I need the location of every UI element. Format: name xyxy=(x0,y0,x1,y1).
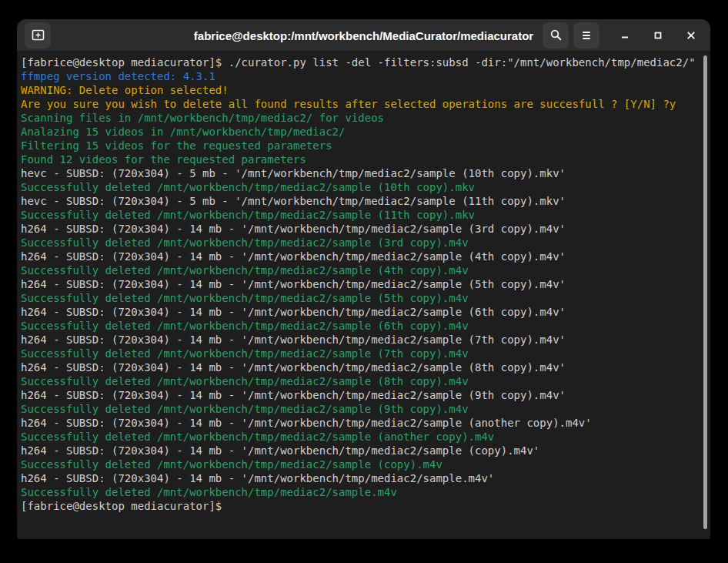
terminal-line: Successfully deleted /mnt/workbench/tmp/… xyxy=(21,457,696,471)
new-tab-icon xyxy=(32,28,45,42)
titlebar-controls xyxy=(543,22,703,49)
terminal-line: h264 - SUBSD: (720x304) - 14 mb - '/mnt/… xyxy=(21,471,696,485)
terminal-viewport[interactable]: [fabrice@desktop mediacurator]$ ./curato… xyxy=(17,52,710,538)
terminal-window: fabrice@desktop:/mnt/workbench/MediaCura… xyxy=(17,19,710,539)
terminal-line: Are you sure you wish to delete all foun… xyxy=(21,97,696,111)
window-title: fabrice@desktop:/mnt/workbench/MediaCura… xyxy=(194,28,533,42)
minimize-button[interactable] xyxy=(615,25,635,45)
window-controls xyxy=(615,25,701,45)
terminal-line: Filtering 15 videos for the requested pa… xyxy=(21,139,696,152)
terminal-line: Found 12 videos for the requested parame… xyxy=(21,152,696,166)
close-button[interactable] xyxy=(681,25,701,45)
search-button[interactable] xyxy=(543,22,569,49)
terminal-line: Successfully deleted /mnt/workbench/tmp/… xyxy=(21,374,696,388)
terminal-line: Successfully deleted /mnt/workbench/tmp/… xyxy=(21,236,696,250)
terminal-line: h264 - SUBSD: (720x304) - 14 mb - '/mnt/… xyxy=(21,222,696,236)
terminal-line: hevc - SUBSD: (720x304) - 5 mb - '/mnt/w… xyxy=(21,166,696,180)
terminal-line: Successfully deleted /mnt/workbench/tmp/… xyxy=(21,485,696,499)
terminal-line: Successfully deleted /mnt/workbench/tmp/… xyxy=(21,430,696,444)
terminal-line: h264 - SUBSD: (720x304) - 14 mb - '/mnt/… xyxy=(21,250,696,263)
terminal-line: hevc - SUBSD: (720x304) - 5 mb - '/mnt/w… xyxy=(21,194,696,208)
search-icon xyxy=(549,28,563,42)
terminal-line: Successfully deleted /mnt/workbench/tmp/… xyxy=(21,208,696,222)
terminal-line: h264 - SUBSD: (720x304) - 14 mb - '/mnt/… xyxy=(21,416,696,430)
terminal-line: [fabrice@desktop mediacurator]$ ./curato… xyxy=(21,55,696,69)
terminal-line: h264 - SUBSD: (720x304) - 14 mb - '/mnt/… xyxy=(21,444,696,457)
maximize-button[interactable] xyxy=(648,25,668,45)
terminal-line: Successfully deleted /mnt/workbench/tmp/… xyxy=(21,180,696,194)
maximize-icon xyxy=(652,29,664,42)
terminal-line: h264 - SUBSD: (720x304) - 14 mb - '/mnt/… xyxy=(21,277,696,291)
terminal-line: Successfully deleted /mnt/workbench/tmp/… xyxy=(21,402,696,416)
terminal-line: Scanning files in /mnt/workbench/tmp/med… xyxy=(21,111,696,125)
terminal-line: Successfully deleted /mnt/workbench/tmp/… xyxy=(21,319,696,333)
terminal-line: [fabrice@desktop mediacurator]$ xyxy=(21,499,696,513)
terminal-line: Analazing 15 videos in /mnt/workbench/tm… xyxy=(21,125,696,139)
terminal-line: h264 - SUBSD: (720x304) - 14 mb - '/mnt/… xyxy=(21,388,696,402)
titlebar: fabrice@desktop:/mnt/workbench/MediaCura… xyxy=(17,19,710,52)
scrollbar[interactable] xyxy=(703,55,707,529)
minimize-icon xyxy=(619,29,631,42)
new-tab-button[interactable] xyxy=(25,22,51,49)
close-icon xyxy=(685,29,697,42)
terminal-line: h264 - SUBSD: (720x304) - 14 mb - '/mnt/… xyxy=(21,305,696,319)
terminal-line: Successfully deleted /mnt/workbench/tmp/… xyxy=(21,291,696,305)
menu-icon xyxy=(580,29,593,42)
menu-button[interactable] xyxy=(573,22,599,49)
terminal-output: [fabrice@desktop mediacurator]$ ./curato… xyxy=(17,52,710,513)
terminal-line: WARNING: Delete option selected! xyxy=(21,83,696,97)
terminal-line: h264 - SUBSD: (720x304) - 14 mb - '/mnt/… xyxy=(21,333,696,347)
terminal-line: h264 - SUBSD: (720x304) - 14 mb - '/mnt/… xyxy=(21,360,696,374)
terminal-line: Successfully deleted /mnt/workbench/tmp/… xyxy=(21,347,696,360)
terminal-line: ffmpeg version detected: 4.3.1 xyxy=(21,69,696,83)
terminal-line: Successfully deleted /mnt/workbench/tmp/… xyxy=(21,263,696,277)
